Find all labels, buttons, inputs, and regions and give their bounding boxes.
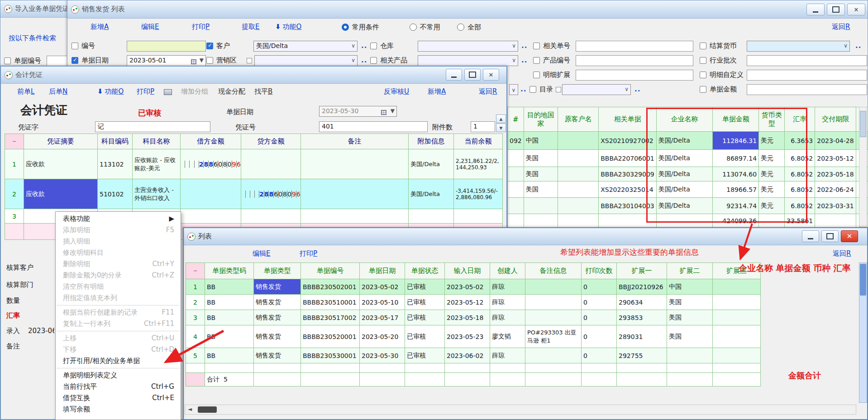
list-cell[interactable]: 中国: [667, 279, 713, 295]
list-cell[interactable]: 2023-05-02: [445, 279, 490, 295]
grid-cell[interactable]: 6.3653: [785, 132, 815, 150]
grid-cell[interactable]: [508, 181, 524, 198]
list-cell[interactable]: BBBB230520001: [301, 325, 360, 348]
list-cell[interactable]: [525, 295, 582, 310]
ellipsis-button[interactable]: ..: [521, 56, 527, 64]
note-cell[interactable]: [301, 179, 409, 209]
list-cell[interactable]: 2023-05-17: [360, 310, 405, 325]
ellipsis-button[interactable]: ..: [361, 42, 367, 50]
list-cell[interactable]: 已审核: [405, 325, 445, 348]
list-cell[interactable]: BB: [205, 310, 254, 325]
list-header[interactable]: 单据日期: [360, 263, 405, 279]
spinner-down-button[interactable]: ▼: [496, 124, 506, 132]
note-cell[interactable]: [301, 149, 409, 179]
grid-vertical-scrollbar[interactable]: [859, 107, 867, 227]
list-cell[interactable]: 销售发货: [254, 295, 301, 310]
list-cell[interactable]: 销售发货: [254, 279, 301, 295]
sales-window-titlebar[interactable]: 销售发货 列表: [67, 0, 868, 19]
list-cell[interactable]: [713, 348, 761, 363]
filter-input-明细扩展[interactable]: [576, 70, 693, 81]
filter-checkbox-8[interactable]: [533, 57, 540, 64]
menu-item[interactable]: 清空所有明细: [56, 281, 181, 292]
menu-item[interactable]: 当前行找平Ctrl+G: [56, 381, 181, 392]
grid-cell[interactable]: 美国/Delta: [656, 167, 713, 181]
voucher-header[interactable]: 附加信息: [409, 134, 454, 149]
list-row[interactable]: 3BB销售发货BBBB2305170022023-05-17已审核2023-05…: [186, 310, 761, 325]
maximize-button[interactable]: [827, 4, 845, 15]
list-row[interactable]: 2BB销售发货BBBB2305100012023-05-10已审核2023-05…: [186, 295, 761, 310]
list-cell[interactable]: 薛琼: [490, 295, 525, 310]
edit-button[interactable]: 编辑E: [141, 23, 159, 31]
list-header[interactable]: 单据类型码: [205, 263, 254, 279]
filter-input-行业批次[interactable]: [747, 55, 867, 66]
list-cell[interactable]: 已审核: [405, 295, 445, 310]
list-cell[interactable]: BBBB230502001: [301, 279, 360, 295]
list-cell[interactable]: 5: [186, 348, 205, 363]
spinner-up-button[interactable]: ▲: [496, 115, 506, 123]
grid-cell[interactable]: 6.8052: [785, 181, 815, 198]
account-name-cell[interactable]: 主营业务收入 - 外销出口收入: [133, 179, 181, 209]
account-code-cell[interactable]: 113102: [98, 149, 133, 179]
list-row[interactable]: 4BB销售发货BBBB2305200012023-05-20已审核2023-05…: [186, 325, 761, 348]
grid-header[interactable]: 企业名称: [656, 107, 713, 132]
list-cell[interactable]: 290634: [617, 295, 667, 310]
menu-item[interactable]: 删除明细Ctrl+Y: [56, 258, 181, 270]
radio-uncommon[interactable]: [410, 24, 417, 31]
menu-item[interactable]: 根据当前行创建新的记录F11: [56, 307, 181, 318]
grid-cell[interactable]: 美国: [524, 167, 558, 181]
voucher-header[interactable]: 贷方金额: [241, 134, 301, 149]
grid-cell[interactable]: BBBA230104003: [599, 198, 657, 214]
list-row[interactable]: 1BB销售发货BBBB2305020012023-05-02已审核2023-05…: [186, 279, 761, 295]
grid-cell[interactable]: BBBA220706001: [599, 150, 657, 167]
maximize-button[interactable]: [821, 230, 839, 242]
grid-cell[interactable]: 2022-06-24: [815, 181, 856, 198]
filter-date-combo[interactable]: 2023-05-01▼: [127, 55, 206, 66]
credit-cell[interactable]: [241, 149, 301, 179]
grid-cell[interactable]: 美国/Delta: [656, 132, 713, 150]
prev-doc-button[interactable]: 前单L: [17, 87, 34, 96]
grid-cell[interactable]: 092: [508, 132, 524, 150]
ellipsis-button[interactable]: ..: [361, 56, 367, 64]
chevron-down-icon[interactable]: ∨: [509, 84, 518, 95]
menu-item[interactable]: 插入明细: [56, 236, 181, 247]
printer-icon[interactable]: [164, 89, 172, 95]
voucher-word-input[interactable]: 记: [95, 121, 210, 132]
list-cell[interactable]: [525, 310, 582, 325]
summary-cell[interactable]: 应收款: [24, 149, 98, 179]
list-cell[interactable]: [525, 348, 582, 363]
list-cell[interactable]: 2023-05-02: [360, 279, 405, 295]
grid-header[interactable]: 目的地国家: [524, 107, 558, 132]
list-cell[interactable]: BB: [205, 295, 254, 310]
grid-cell[interactable]: [558, 150, 599, 167]
grid-row[interactable]: 美国BBBA220706001美国/Delta86897.14美元6.80522…: [508, 150, 868, 167]
grid-cell[interactable]: 92314.74: [713, 198, 759, 214]
list-cell[interactable]: 已审核: [405, 279, 445, 295]
credit-cell[interactable]: [241, 209, 301, 224]
grid-header[interactable]: 汇率: [785, 107, 815, 132]
list-cell[interactable]: 2023-05-30: [360, 348, 405, 363]
next-doc-button[interactable]: 后单N: [49, 87, 67, 96]
filter-checkbox-6[interactable]: [206, 57, 213, 64]
filter-input-编号[interactable]: [127, 41, 206, 52]
filter-checkbox-2[interactable]: [370, 43, 377, 49]
unaudit-button[interactable]: 反审核U: [384, 87, 409, 96]
list-cell[interactable]: 2023-05-23: [445, 325, 490, 348]
list-cell[interactable]: 1: [186, 279, 205, 295]
debit-cell[interactable]: [181, 179, 241, 209]
list-header[interactable]: 单据编号: [301, 263, 360, 279]
list-cell[interactable]: [713, 310, 761, 325]
list-window-titlebar[interactable]: 列表: [184, 228, 867, 245]
list-cell[interactable]: BB: [205, 325, 254, 348]
ellipsis-button[interactable]: ..: [521, 42, 527, 50]
filter-checkbox-0[interactable]: [72, 43, 78, 49]
menu-item[interactable]: 用指定值填充本列: [56, 292, 181, 304]
list-cell[interactable]: 2023-05-20: [360, 325, 405, 348]
list-cell[interactable]: [667, 348, 713, 363]
list-header[interactable]: 打印次数: [582, 263, 617, 279]
debit-cell[interactable]: [181, 209, 241, 224]
voucher-row[interactable]: 1应收款113102应收账款 - 应收账款-美元288608096美国/Delt…: [5, 149, 503, 179]
voucher-header[interactable]: 当前余额: [454, 134, 503, 149]
grid-row[interactable]: 092中国XS20210927002美国/Delta112846.31美元6.3…: [508, 132, 868, 150]
list-cell[interactable]: 薛琼: [490, 310, 525, 325]
grid-cell[interactable]: 2023-05-12: [815, 150, 856, 167]
